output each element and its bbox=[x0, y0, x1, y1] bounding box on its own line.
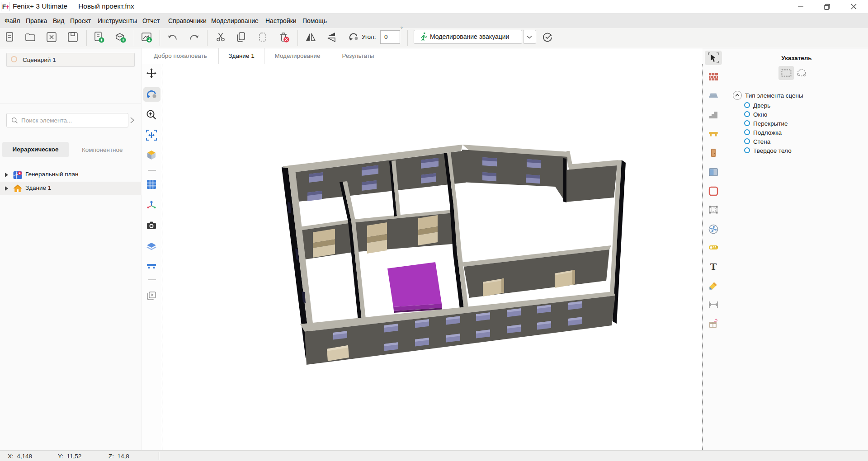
svg-text:T: T bbox=[710, 261, 717, 272]
